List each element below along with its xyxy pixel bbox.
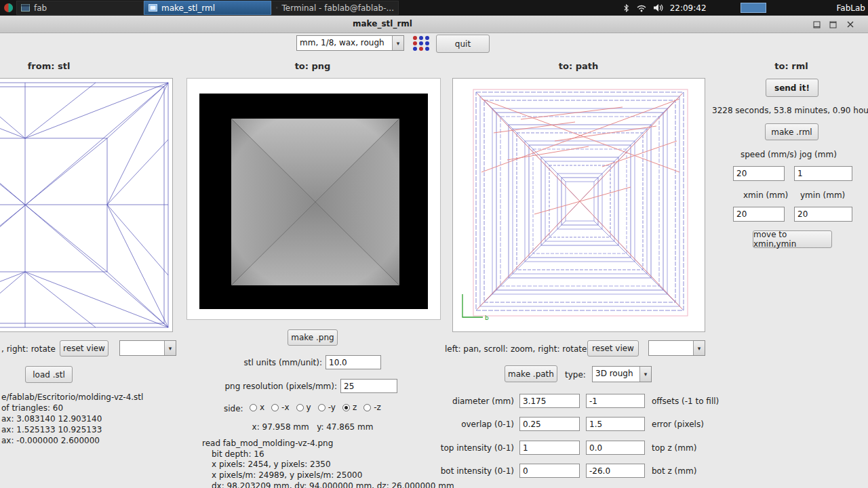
radio-selected-icon [342,404,350,411]
make-rml-label: make .rml [771,127,812,137]
png-resolution-input[interactable] [340,379,397,393]
side-radio-y[interactable]: y [296,403,311,412]
path-reset-view-button[interactable]: reset view [587,340,639,357]
side-radio-z[interactable]: z [342,403,357,412]
radio-label: -z [374,403,381,412]
toolpath-plot: b [453,79,705,331]
side-radio-neg-y[interactable]: -y [318,403,336,412]
path-panel-header: to: path [559,61,598,71]
taskbar-item-terminal[interactable]: Terminal - fablab@fablab-... [271,1,399,15]
stl-units-input[interactable] [326,355,381,369]
make-rml-button[interactable]: make .rml [765,123,818,140]
quit-button[interactable]: quit [436,35,490,53]
clock: 22:09:42 [670,3,707,13]
png-info-line: read fab_mod_molding-vz-4.png [202,439,333,448]
png-resolution-label: png resolution (pixels/mm): [190,382,337,391]
radio-label: z [353,403,357,412]
png-info-line: bit depth: 16 [212,449,264,459]
error-label: error (pixels) [652,420,704,429]
load-stl-label: load .stl [33,370,65,380]
rml-panel-header: to: rml [774,61,808,71]
taskbar-item-fab[interactable]: fab [16,1,144,15]
stl-info-line: ax: 3.083140 12.903140 [1,414,102,424]
stl-viewport-canvas[interactable] [0,78,173,332]
bot-intensity-input[interactable] [519,464,580,478]
window-title: make_stl_rml [353,19,412,28]
diameter-label: diameter (mm) [406,396,514,406]
ymin-input[interactable] [794,207,852,222]
make-path-label: make .path [508,369,554,379]
path-type-dropdown[interactable]: 3D rough ▾ [592,366,652,382]
path-reset-view-label: reset view [592,344,634,353]
bluetooth-icon[interactable] [623,3,630,13]
ymin-label: ymin (mm) [800,190,845,200]
radio-icon [271,404,279,411]
bot-intensity-label: bot intensity (0-1) [406,466,514,476]
png-preview-canvas[interactable] [186,78,441,320]
jog-input[interactable] [794,166,852,181]
stl-info-line: e/fablab/Escritorio/molding-vz-4.stl [1,392,143,402]
side-radio-neg-x[interactable]: -x [271,403,289,412]
taskbar-item-label: Terminal - fablab@fablab-... [282,3,394,13]
path-view-dropdown[interactable]: ▾ [648,340,705,356]
volume-icon[interactable] [653,3,664,12]
make-path-button[interactable]: make .path [505,365,557,382]
stl-info-line: ax: -0.000000 2.600000 [1,436,100,445]
host-label: FabLab [837,3,865,13]
stl-reset-view-button[interactable]: reset view [60,340,108,357]
shade-button[interactable] [810,18,823,30]
stl-info-line: of triangles: 60 [1,403,63,413]
top-z-input[interactable] [586,441,645,455]
send-it-label: send it! [774,83,810,93]
stl-info-line: ax: 1.525133 10.925133 [1,425,102,434]
workspace-pager[interactable] [741,3,766,13]
offsets-input[interactable] [586,394,645,408]
stl-view-dropdown-value [120,341,164,355]
stl-panel-header: from: stl [28,61,71,71]
side-radio-group: x -x y -y z -z [250,403,381,412]
chevron-down-icon: ▾ [164,341,176,355]
chevron-down-icon: ▾ [639,367,651,382]
preset-dropdown[interactable]: mm, 1/8, wax, rough ▾ [296,35,404,51]
quit-button-label: quit [455,39,471,49]
stl-reset-view-label: reset view [63,344,105,353]
bot-z-input[interactable] [586,464,645,478]
bot-z-label: bot z (mm) [652,466,696,476]
overlap-input[interactable] [519,417,580,431]
path-viewport-canvas[interactable]: b [452,78,705,332]
speed-input[interactable] [733,166,785,181]
stl-view-dropdown[interactable]: ▾ [119,340,176,356]
fab-logo-icon[interactable] [0,0,16,16]
window-titlebar[interactable]: make_stl_rml [0,16,868,33]
xmin-label: xmin (mm) [743,190,788,200]
taskbar-item-make-stl-rml[interactable]: make_stl_rml [144,1,271,15]
send-it-button[interactable]: send it! [766,79,818,97]
error-input[interactable] [586,417,645,431]
speed-label: speed (mm/s) [741,150,797,159]
xmin-input[interactable] [733,207,785,222]
png-info-line: x pixels/m: 24989, y pixels/m: 25000 [212,470,362,480]
path-type-dropdown-value: 3D rough [593,367,639,382]
stl-units-label: stl units (mm/unit): [189,358,322,367]
load-stl-button[interactable]: load .stl [25,366,73,383]
radio-icon [296,404,304,411]
radio-label: -y [328,403,336,412]
png-info-line: x pixels: 2454, y pixels: 2350 [212,460,331,469]
terminal-icon [276,4,278,12]
radio-label: -x [281,403,289,412]
window-icon [21,4,30,12]
close-button[interactable] [844,18,857,30]
diameter-input[interactable] [519,394,580,408]
chevron-down-icon: ▾ [693,341,705,355]
make-png-button[interactable]: make .png [288,329,338,346]
png-heightmap [187,79,440,319]
maximize-button[interactable] [826,18,840,30]
side-radio-x[interactable]: x [250,403,264,412]
path-viewport-hint: left: pan, scroll: zoom, right: rotate [445,344,587,354]
overlap-label: overlap (0-1) [406,420,514,429]
side-radio-neg-z[interactable]: -z [363,403,381,412]
top-intensity-input[interactable] [519,441,580,455]
move-to-xmin-ymin-button[interactable]: move to xmin,ymin [753,230,832,248]
wifi-icon[interactable] [636,3,647,12]
fab-grid-glyph [411,35,431,52]
